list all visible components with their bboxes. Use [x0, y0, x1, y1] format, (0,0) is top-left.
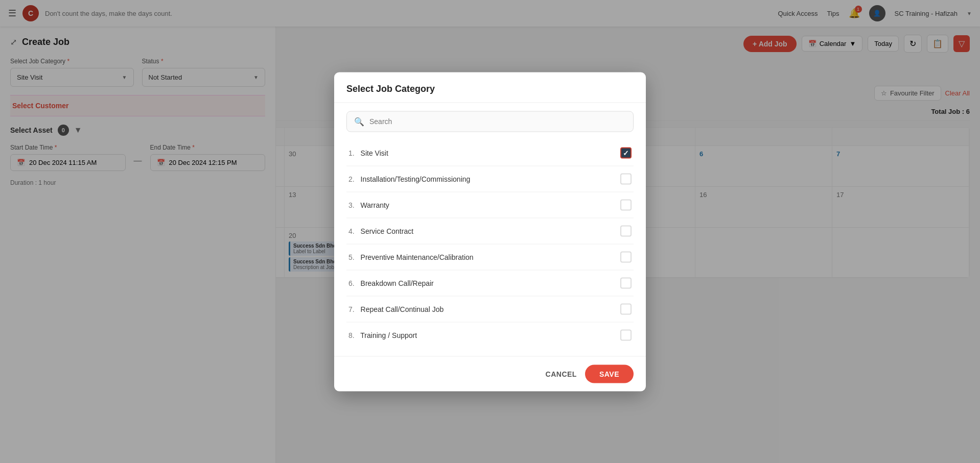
- category-label-training: Training / Support: [360, 331, 417, 339]
- category-label-repeat: Repeat Call/Continual Job: [361, 305, 444, 313]
- category-label-service-contract: Service Contract: [361, 227, 413, 235]
- category-item-warranty[interactable]: 3. Warranty: [346, 192, 634, 218]
- category-checkbox-repeat[interactable]: [620, 303, 632, 314]
- select-job-category-modal: Select Job Category 🔍 1. Site Visit 2. I…: [334, 72, 646, 391]
- save-button[interactable]: SAVE: [585, 364, 634, 383]
- category-label-installation: Installation/Testing/Commissioning: [361, 175, 471, 183]
- category-item-repeat[interactable]: 7. Repeat Call/Continual Job: [346, 296, 634, 322]
- category-checkbox-warranty[interactable]: [620, 199, 632, 210]
- category-label-site-visit: Site Visit: [361, 149, 388, 157]
- search-icon: 🔍: [354, 116, 364, 126]
- category-label-warranty: Warranty: [361, 201, 389, 209]
- modal-footer: CANCEL SAVE: [334, 356, 646, 391]
- category-checkbox-site-visit[interactable]: [620, 147, 632, 158]
- category-item-service-contract[interactable]: 4. Service Contract: [346, 218, 634, 244]
- category-checkbox-installation[interactable]: [620, 173, 632, 184]
- category-item-preventive[interactable]: 5. Preventive Maintenance/Calibration: [346, 244, 634, 270]
- modal-body: 🔍 1. Site Visit 2. Installation/Testing/…: [334, 103, 646, 356]
- category-checkbox-breakdown[interactable]: [620, 277, 632, 288]
- category-item-breakdown[interactable]: 6. Breakdown Call/Repair: [346, 270, 634, 296]
- category-checkbox-service-contract[interactable]: [620, 225, 632, 236]
- modal-search-input[interactable]: [369, 117, 626, 126]
- category-item-site-visit[interactable]: 1. Site Visit: [346, 140, 634, 166]
- modal-search-bar: 🔍: [346, 111, 634, 132]
- category-checkbox-training[interactable]: [620, 329, 632, 340]
- category-label-preventive: Preventive Maintenance/Calibration: [361, 253, 474, 261]
- modal-header: Select Job Category: [334, 72, 646, 103]
- cancel-button[interactable]: CANCEL: [546, 370, 577, 378]
- category-label-breakdown: Breakdown Call/Repair: [361, 279, 434, 287]
- category-item-installation[interactable]: 2. Installation/Testing/Commissioning: [346, 166, 634, 192]
- category-item-training[interactable]: 8. Training / Support: [346, 322, 634, 348]
- modal-title: Select Job Category: [346, 83, 634, 94]
- category-checkbox-preventive[interactable]: [620, 251, 632, 262]
